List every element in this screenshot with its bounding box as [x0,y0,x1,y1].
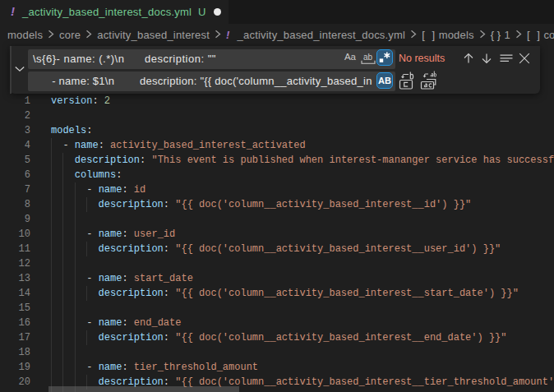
svg-text:ab: ab [363,53,373,62]
